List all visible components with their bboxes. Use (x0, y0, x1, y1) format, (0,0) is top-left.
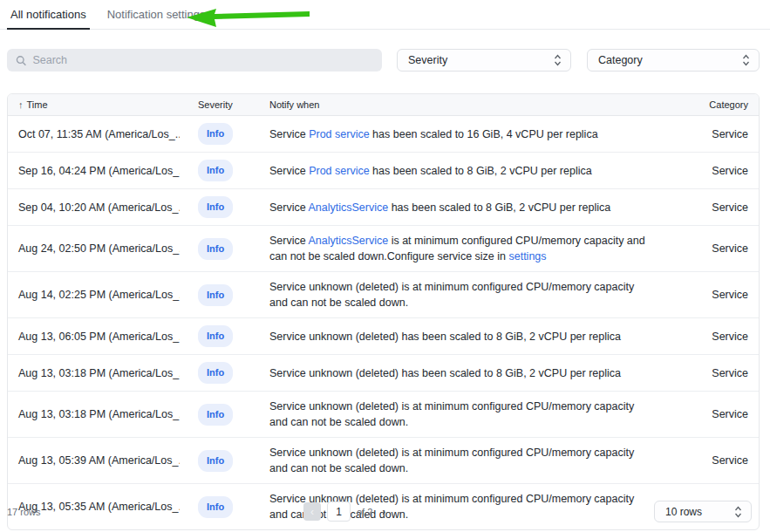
severity-cell: Info (180, 318, 254, 354)
category-cell: Service (671, 156, 759, 186)
message-text: Service (269, 201, 308, 214)
notify-when-cell: Service Prod service has been scaled to … (254, 156, 671, 186)
notifications-table: ↑ Time Severity Notify when Category Oct… (7, 93, 760, 530)
notify-when-cell: Service unknown (deleted) is at minimum … (254, 438, 671, 483)
message-link[interactable]: AnalyticsService (308, 235, 388, 247)
severity-badge: Info (198, 123, 233, 145)
table-row: Aug 13, 03:18 PM (America/Los_... Info S… (8, 355, 759, 392)
severity-cell: Info (180, 231, 254, 267)
column-header-time-label: Time (27, 99, 48, 110)
notify-when-cell: Service AnalyticsService is at minimum c… (254, 226, 671, 271)
message-text: Service unknown (deleted) has been scale… (269, 367, 621, 379)
column-header-time[interactable]: ↑ Time (8, 99, 180, 110)
green-arrow-annotation (186, 6, 310, 29)
severity-badge: Info (198, 325, 233, 347)
previous-page-button[interactable]: ‹ (303, 502, 321, 521)
time-cell: Oct 07, 11:35 AM (America/Los_... (8, 119, 180, 149)
column-header-severity: Severity (180, 99, 254, 110)
category-filter-select[interactable]: Category (587, 49, 760, 72)
rows-count-label: 17 rows (7, 507, 41, 517)
message-link[interactable]: AnalyticsService (308, 201, 388, 214)
message-text: Service (269, 128, 309, 140)
message-text: Service (269, 235, 308, 247)
severity-cell: Info (180, 116, 254, 152)
select-chevrons-icon (742, 54, 750, 66)
category-cell: Service (671, 193, 759, 222)
time-cell: Sep 04, 10:20 AM (America/Los_... (8, 193, 180, 222)
category-cell: Service (671, 446, 759, 475)
time-cell: Aug 13, 03:18 PM (America/Los_... (8, 399, 180, 429)
message-link[interactable]: Prod service (309, 165, 369, 177)
next-page-button[interactable]: › (378, 504, 389, 520)
message-text: Service (269, 165, 309, 177)
category-cell: Service (671, 234, 759, 263)
tab-all-notifications-label: All notifications (10, 8, 86, 21)
severity-cell: Info (180, 443, 254, 479)
message-text: Service unknown (deleted) is at minimum … (269, 281, 634, 309)
message-text: Service unknown (deleted) has been scale… (269, 331, 621, 343)
select-chevrons-icon (734, 506, 742, 518)
search-input[interactable] (32, 54, 373, 66)
category-cell: Service (671, 322, 759, 351)
column-header-notify-when: Notify when (254, 99, 671, 110)
severity-cell: Info (180, 489, 254, 525)
severity-cell: Info (180, 153, 254, 188)
table-row: Oct 07, 11:35 AM (America/Los_... Info S… (8, 116, 759, 153)
table-body: Oct 07, 11:35 AM (America/Los_... Info S… (8, 116, 759, 529)
time-cell: Aug 13, 05:39 AM (America/Los_... (8, 446, 180, 475)
table-row: Aug 13, 03:18 PM (America/Los_... Info S… (8, 392, 759, 438)
page-number-input[interactable] (327, 501, 351, 522)
severity-cell: Info (180, 355, 254, 391)
message-text: has been scaled to 8 GiB, 2 vCPU per rep… (370, 165, 592, 177)
select-chevrons-icon (554, 54, 562, 66)
category-cell: Service (671, 280, 759, 310)
message-link[interactable]: Prod service (309, 128, 369, 140)
table-row: Aug 24, 02:50 PM (America/Los_... Info S… (8, 226, 759, 272)
time-cell: Aug 13, 06:05 PM (America/Los_... (8, 322, 180, 351)
search-icon (16, 55, 26, 66)
notifications-page: All notifications Notification settings … (0, 0, 770, 532)
severity-badge: Info (198, 238, 233, 260)
notify-when-cell: Service unknown (deleted) is at minimum … (254, 272, 671, 317)
message-text: Service unknown (deleted) is at minimum … (269, 400, 634, 428)
arrow-left-icon (186, 6, 310, 29)
table-header: ↑ Time Severity Notify when Category (8, 94, 759, 116)
severity-badge: Info (198, 160, 233, 181)
table-row: Aug 13, 05:39 AM (America/Los_... Info S… (8, 438, 759, 484)
message-text: Service unknown (deleted) is at minimum … (269, 447, 634, 474)
severity-filter-select[interactable]: Severity (397, 49, 571, 72)
severity-badge: Info (198, 450, 233, 472)
notify-when-cell: Service unknown (deleted) has been scale… (254, 322, 671, 351)
severity-badge: Info (198, 284, 233, 306)
page-size-select[interactable]: 10 rows (654, 501, 752, 522)
severity-filter-label: Severity (408, 54, 447, 66)
category-cell: Service (671, 358, 759, 388)
severity-cell: Info (180, 277, 254, 313)
table-row: Aug 14, 02:25 PM (America/Los_... Info S… (8, 272, 759, 318)
severity-badge: Info (198, 196, 233, 218)
table-row: Sep 16, 04:24 PM (America/Los_... Info S… (8, 153, 759, 189)
category-filter-label: Category (598, 54, 643, 66)
notify-when-cell: Service AnalyticsService has been scaled… (254, 193, 671, 222)
time-cell: Sep 16, 04:24 PM (America/Los_... (8, 156, 180, 186)
time-cell: Aug 24, 02:50 PM (America/Los_... (8, 234, 180, 263)
severity-badge: Info (198, 496, 233, 518)
notify-when-cell: Service unknown (deleted) is at minimum … (254, 392, 671, 437)
severity-cell: Info (180, 397, 254, 433)
severity-badge: Info (198, 362, 233, 384)
page-total-label: of 2 (357, 507, 372, 517)
column-header-category: Category (671, 99, 759, 110)
pagination: ‹ of 2 › (303, 501, 389, 522)
tab-bar: All notifications Notification settings (0, 0, 770, 30)
page-size-label: 10 rows (665, 506, 702, 518)
time-cell: Aug 14, 02:25 PM (America/Los_... (8, 280, 180, 310)
message-link[interactable]: settings (508, 250, 546, 263)
message-text: has been scaled to 16 GiB, 4 vCPU per re… (370, 128, 598, 140)
search-box (7, 49, 382, 72)
severity-badge: Info (198, 404, 233, 426)
tab-all-notifications[interactable]: All notifications (7, 0, 90, 29)
severity-cell: Info (180, 189, 254, 225)
notify-when-cell: Service unknown (deleted) has been scale… (254, 358, 671, 388)
table-row: Sep 04, 10:20 AM (America/Los_... Info S… (8, 189, 759, 226)
table-row: Aug 13, 06:05 PM (America/Los_... Info S… (8, 318, 759, 355)
